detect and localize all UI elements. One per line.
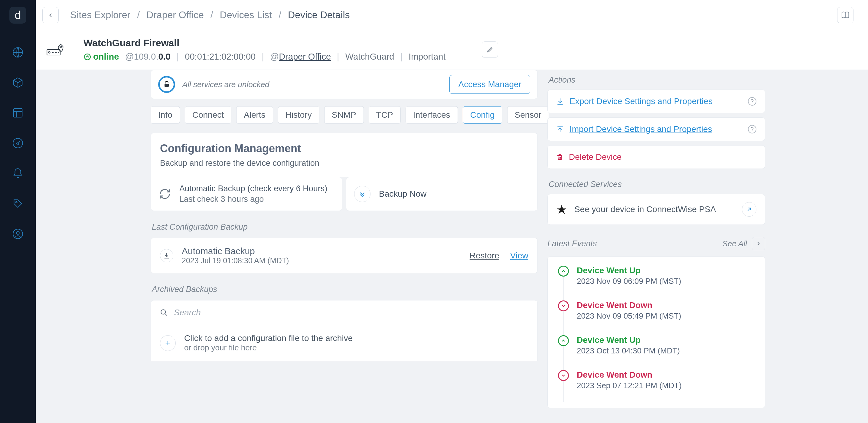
tab-alerts[interactable]: Alerts	[236, 106, 273, 124]
download-icon	[556, 97, 564, 105]
nav-user-icon[interactable]	[12, 228, 24, 240]
search-icon	[160, 309, 168, 316]
app-logo[interactable]: d	[9, 7, 26, 24]
search-input[interactable]	[174, 308, 528, 318]
event-title: Device Went Up	[577, 266, 681, 275]
auto-backup-line1: Automatic Backup (check every 6 Hours)	[179, 184, 327, 193]
event-down-icon	[558, 370, 569, 381]
backup-now-label: Backup Now	[379, 189, 427, 199]
docs-button[interactable]	[837, 7, 854, 23]
action-import[interactable]: Import Device Settings and Properties ?	[548, 117, 765, 141]
action-delete-link: Delete Device	[569, 152, 621, 162]
logo-letter: d	[14, 9, 21, 22]
action-export[interactable]: Export Device Settings and Properties ?	[548, 90, 765, 113]
nav-layout-icon[interactable]	[12, 107, 24, 119]
event-title: Device Went Up	[577, 335, 680, 345]
svg-point-8	[60, 46, 61, 48]
tab-sensor[interactable]: Sensor	[507, 106, 549, 124]
auto-backup-card: Automatic Backup (check every 6 Hours) L…	[151, 177, 342, 211]
svg-rect-1	[13, 109, 22, 117]
event-item: Device Went Up2023 Oct 13 04:30 PM (MDT)	[558, 335, 754, 356]
refresh-icon	[159, 188, 171, 200]
event-up-icon	[558, 266, 569, 277]
nav-compass-icon[interactable]	[12, 138, 24, 149]
connectwise-card[interactable]: See your device in ConnectWise PSA	[548, 194, 765, 225]
svg-point-3	[16, 202, 17, 203]
tab-tcp[interactable]: TCP	[369, 106, 401, 124]
crumb-item[interactable]: Sites Explorer	[70, 9, 130, 21]
unlock-bar: All services are unlocked Access Manager	[151, 70, 538, 99]
nav-tag-icon[interactable]	[12, 198, 24, 209]
plus-icon: +	[160, 335, 176, 351]
status-badge: online	[84, 52, 119, 62]
breadcrumb-bar: Sites Explorer / Draper Office / Devices…	[36, 0, 868, 30]
events-card: Device Went Up2023 Nov 09 06:09 PM (MST)…	[548, 256, 765, 408]
device-importance: Important	[409, 52, 446, 62]
add-config-line2: or drop your file here	[184, 343, 353, 353]
restore-link[interactable]: Restore	[470, 251, 499, 261]
device-site[interactable]: @Draper Office	[270, 52, 331, 62]
tab-interfaces[interactable]: Interfaces	[406, 106, 458, 124]
svg-point-11	[161, 309, 165, 314]
events-label: Latest Events	[548, 239, 597, 248]
crumb-separator: /	[279, 9, 281, 21]
back-button[interactable]	[42, 7, 59, 23]
event-item: Device Went Down2023 Nov 09 05:49 PM (MS…	[558, 300, 754, 321]
crumb-item[interactable]: Devices List	[220, 9, 272, 21]
tab-config[interactable]: Config	[463, 106, 502, 124]
connected-services-label: Connected Services	[549, 180, 765, 189]
crumb-item[interactable]: Draper Office	[146, 9, 204, 21]
access-manager-button[interactable]: Access Manager	[450, 75, 530, 94]
nav-bell-icon[interactable]	[12, 168, 24, 179]
event-item: Device Went Up2023 Nov 09 06:09 PM (MST)	[558, 266, 754, 286]
download-icon[interactable]	[160, 249, 173, 262]
nav-globe-icon[interactable]	[12, 47, 24, 58]
action-import-link: Import Device Settings and Properties	[569, 124, 712, 134]
tab-snmp[interactable]: SNMP	[324, 106, 364, 124]
connectwise-text: See your device in ConnectWise PSA	[574, 205, 716, 214]
action-delete[interactable]: Delete Device	[548, 145, 765, 169]
crumb-separator: /	[211, 9, 213, 21]
event-time: 2023 Nov 09 05:49 PM (MST)	[577, 311, 681, 321]
edit-button[interactable]	[482, 41, 498, 58]
external-link-icon	[742, 202, 756, 217]
device-ip: @109.0.0.0	[125, 52, 170, 62]
see-all-link[interactable]: See All	[722, 239, 747, 248]
crumb-separator: /	[137, 9, 140, 21]
svg-point-7	[49, 52, 50, 53]
unlock-text: All services are unlocked	[182, 80, 270, 89]
event-time: 2023 Nov 09 06:09 PM (MST)	[577, 277, 681, 286]
unlock-icon	[158, 76, 175, 93]
tab-info[interactable]: Info	[151, 106, 180, 124]
actions-label: Actions	[549, 75, 765, 85]
action-export-link: Export Device Settings and Properties	[569, 96, 713, 106]
last-backup-title: Automatic Backup	[182, 246, 289, 256]
svg-point-9	[84, 54, 90, 60]
help-icon[interactable]: ?	[748, 97, 756, 105]
tab-history[interactable]: History	[278, 106, 319, 124]
search-row	[151, 300, 537, 325]
event-down-icon	[558, 300, 569, 311]
events-next-button[interactable]	[752, 237, 765, 250]
view-link[interactable]: View	[510, 251, 528, 261]
archived-label: Archived Backups	[152, 285, 538, 294]
backup-now-card[interactable]: Backup Now	[346, 177, 538, 211]
event-title: Device Went Down	[577, 300, 681, 310]
add-config-row[interactable]: + Click to add a configuration file to t…	[151, 325, 537, 361]
tab-connect[interactable]: Connect	[185, 106, 231, 124]
last-backup-card: Automatic Backup 2023 Jul 19 01:08:30 AM…	[151, 238, 538, 273]
last-backup-label: Last Configuration Backup	[152, 222, 538, 232]
connectwise-icon	[556, 204, 567, 215]
crumb-current: Device Details	[288, 9, 350, 21]
nav-cube-icon[interactable]	[12, 77, 24, 88]
device-header: WatchGuard Firewall online @109.0.0.0 | …	[36, 30, 868, 70]
device-mac: 00:01:21:02:00:00	[185, 52, 255, 62]
svg-point-4	[13, 229, 23, 239]
help-icon[interactable]: ?	[748, 125, 756, 133]
device-type-icon	[46, 42, 65, 57]
config-header-card: Configuration Management Backup and rest…	[151, 133, 538, 177]
svg-point-5	[16, 232, 19, 235]
events-header: Latest Events See All	[548, 237, 765, 250]
config-subtitle: Backup and restore the device configurat…	[160, 158, 528, 168]
breadcrumb: Sites Explorer / Draper Office / Devices…	[70, 9, 350, 21]
